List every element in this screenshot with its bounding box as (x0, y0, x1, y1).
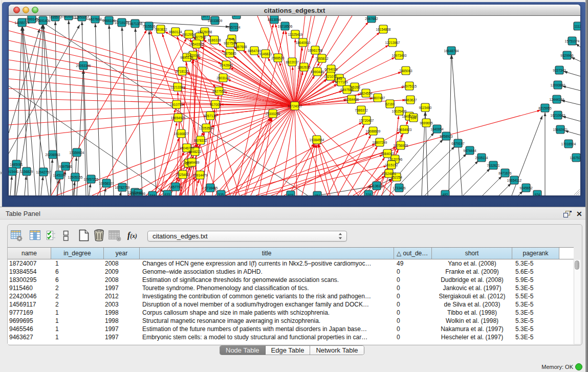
svg-text:8267130: 8267130 (204, 114, 217, 118)
svg-text:9827506: 9827506 (193, 35, 206, 39)
svg-text:8958923: 8958923 (440, 135, 453, 138)
svg-text:8498222: 8498222 (188, 150, 202, 154)
svg-text:594: 594 (411, 116, 417, 120)
svg-text:12213382: 12213382 (170, 85, 185, 89)
svg-text:25300295: 25300295 (266, 112, 280, 116)
svg-text:8990448: 8990448 (311, 70, 324, 74)
svg-text:1112: 1112 (574, 25, 580, 28)
svg-text:9115460: 9115460 (419, 106, 432, 110)
svg-text:2803144: 2803144 (216, 76, 230, 80)
svg-text:10688609: 10688609 (366, 129, 381, 133)
svg-text:16033809: 16033809 (208, 19, 223, 23)
svg-text:14099489: 14099489 (185, 161, 200, 164)
svg-text:7625402: 7625402 (176, 173, 189, 177)
svg-text:11923446: 11923446 (131, 192, 146, 195)
svg-text:6879197: 6879197 (451, 142, 465, 145)
svg-text:17359924: 17359924 (70, 151, 84, 155)
svg-text:7857224: 7857224 (227, 26, 241, 29)
svg-text:12942757: 12942757 (36, 170, 51, 174)
svg-text:9657791: 9657791 (169, 185, 182, 189)
svg-text:2087682: 2087682 (365, 17, 378, 20)
svg-text:9777169: 9777169 (335, 80, 348, 84)
svg-text:8427552: 8427552 (212, 90, 226, 93)
svg-text:11325419: 11325419 (288, 33, 303, 36)
svg-text:16524851: 16524851 (382, 172, 397, 176)
svg-text:9699695: 9699695 (420, 121, 433, 125)
svg-text:154: 154 (315, 194, 320, 195)
svg-text:535: 535 (219, 193, 224, 195)
svg-text:8822037: 8822037 (286, 60, 299, 64)
svg-text:10025438: 10025438 (392, 110, 407, 113)
svg-text:9146821: 9146821 (259, 52, 272, 56)
svg-text:10654112: 10654112 (507, 179, 522, 182)
svg-text:2718120: 2718120 (176, 70, 189, 73)
svg-text:16782759: 16782759 (115, 186, 130, 189)
svg-text:7955812: 7955812 (315, 57, 329, 60)
svg-text:1621072: 1621072 (324, 75, 337, 78)
svg-text:9890124: 9890124 (180, 56, 193, 59)
svg-text:10719155: 10719155 (115, 21, 129, 25)
svg-text:10653267: 10653267 (75, 16, 90, 19)
svg-text:15720407: 15720407 (359, 119, 374, 122)
svg-text:545: 545 (337, 77, 342, 80)
svg-text:1167533: 1167533 (570, 156, 580, 160)
svg-text:17957255: 17957255 (84, 178, 99, 181)
svg-text:2367608: 2367608 (234, 45, 247, 49)
svg-text:9329966: 9329966 (560, 54, 574, 57)
svg-text:19654925: 19654925 (171, 116, 186, 120)
svg-text:29053346: 29053346 (76, 64, 91, 68)
svg-text:62160: 62160 (385, 102, 395, 106)
svg-text:2588520: 2588520 (271, 56, 285, 60)
svg-text:546: 546 (229, 37, 235, 41)
svg-text:923: 923 (288, 193, 294, 195)
svg-text:917001: 917001 (210, 103, 221, 106)
svg-text:3915441: 3915441 (9, 170, 19, 173)
svg-text:21364436: 21364436 (344, 98, 359, 101)
svg-text:924: 924 (535, 193, 540, 195)
svg-text:15046755: 15046755 (180, 146, 194, 150)
svg-text:9084067: 9084067 (381, 152, 394, 156)
svg-text:10653267: 10653267 (61, 16, 76, 18)
svg-text:16961758: 16961758 (308, 49, 323, 52)
svg-text:1145194: 1145194 (53, 173, 66, 177)
svg-text:8660124: 8660124 (169, 30, 182, 34)
svg-text:7386372: 7386372 (355, 108, 368, 112)
svg-text:8813054: 8813054 (268, 18, 281, 21)
svg-text:19654923: 19654923 (397, 128, 412, 132)
svg-text:9474444: 9474444 (463, 149, 476, 152)
svg-text:19166827: 19166827 (174, 132, 189, 136)
svg-text:3824554: 3824554 (359, 92, 373, 95)
svg-text:316: 316 (366, 193, 372, 195)
svg-text:8186328: 8186328 (208, 38, 221, 42)
svg-text:6966160: 6966160 (102, 19, 116, 23)
svg-text:19384554: 19384554 (310, 138, 324, 142)
svg-text:18724007: 18724007 (288, 104, 302, 108)
svg-text:10120746: 10120746 (388, 158, 403, 161)
svg-text:1527602: 1527602 (89, 17, 102, 21)
svg-text:633: 633 (165, 193, 170, 195)
svg-text:17016504: 17016504 (561, 142, 576, 146)
svg-text:15692971: 15692971 (553, 128, 568, 132)
svg-text:6497568: 6497568 (340, 88, 354, 92)
svg-text:6794028: 6794028 (324, 68, 338, 71)
svg-text:16210643: 16210643 (551, 114, 565, 117)
svg-text:7515526: 7515526 (142, 25, 156, 28)
svg-text:9242845: 9242845 (220, 63, 233, 67)
svg-text:16914479: 16914479 (193, 173, 208, 177)
svg-text:19756928: 19756928 (394, 144, 408, 147)
svg-text:10807487: 10807487 (371, 96, 385, 100)
svg-text:7632621: 7632621 (487, 164, 500, 167)
svg-text:16543382: 16543382 (189, 42, 204, 46)
svg-text:16154808: 16154808 (376, 28, 391, 31)
svg-text:20206553: 20206553 (46, 153, 60, 157)
svg-text:1485081: 1485081 (10, 163, 23, 166)
svg-text:10973493: 10973493 (392, 54, 407, 57)
svg-text:8471676: 8471676 (498, 171, 512, 175)
svg-text:12505155: 12505155 (68, 176, 83, 179)
svg-text:12975115: 12975115 (402, 84, 417, 88)
svg-text:2935114: 2935114 (475, 156, 488, 160)
svg-text:3875685: 3875685 (223, 52, 236, 55)
svg-text:1640954: 1640954 (430, 127, 444, 131)
svg-text:16648784: 16648784 (444, 49, 459, 53)
svg-text:482: 482 (443, 193, 448, 195)
